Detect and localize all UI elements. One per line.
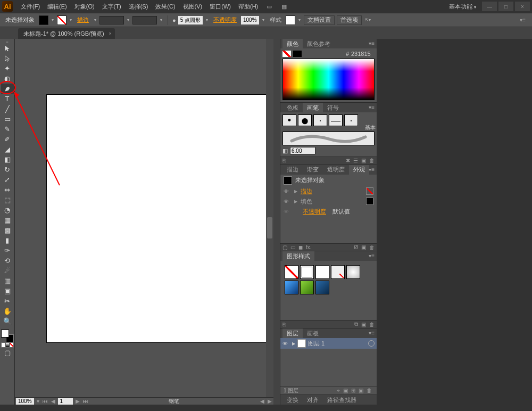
tab-swatches[interactable]: 色板 bbox=[282, 103, 303, 112]
tab-color-guide[interactable]: 颜色参考 bbox=[303, 39, 335, 48]
scrollbar-thumb[interactable] bbox=[267, 217, 272, 239]
hex-field[interactable]: 231815 bbox=[351, 51, 375, 57]
window-maximize[interactable]: □ bbox=[498, 2, 513, 11]
pencil-tool[interactable]: ✐ bbox=[1, 134, 14, 144]
line-tool[interactable]: ╱ bbox=[1, 104, 14, 114]
document-tab-close-icon[interactable]: × bbox=[109, 31, 111, 36]
tab-stroke[interactable]: 描边 bbox=[282, 165, 303, 175]
workspace-switcher[interactable]: 基本功能▾ bbox=[445, 3, 480, 11]
shape-builder-tool[interactable]: ◔ bbox=[1, 205, 14, 215]
stroke-link[interactable]: 描边 bbox=[75, 16, 91, 24]
expand-icon[interactable]: ▶ bbox=[294, 189, 297, 194]
appearance-stroke-label[interactable]: 描边 bbox=[301, 187, 312, 195]
make-clip-icon[interactable]: ▣ bbox=[343, 388, 348, 393]
tab-color[interactable]: 颜色 bbox=[282, 39, 303, 48]
color-mode-icons[interactable] bbox=[1, 342, 14, 348]
menu-type[interactable]: 文字(T) bbox=[98, 3, 125, 11]
free-transform-tool[interactable]: ⬚ bbox=[1, 195, 14, 205]
color-fill-mini-swatch[interactable] bbox=[282, 51, 291, 57]
brush-library-icon[interactable]: ⎘ bbox=[282, 158, 286, 163]
clear-icon[interactable]: Ø bbox=[354, 244, 358, 250]
delete-icon[interactable]: 🗑 bbox=[369, 244, 375, 250]
paintbrush-tool[interactable]: ✎ bbox=[1, 124, 14, 134]
panel-collapse-strip[interactable] bbox=[273, 39, 280, 405]
fill-stroke-swatch[interactable] bbox=[1, 330, 14, 342]
panel-menu-icon[interactable]: ▾≡ bbox=[369, 104, 375, 110]
fill-swatch[interactable] bbox=[39, 15, 48, 25]
panel-menu-icon[interactable]: ▾≡ bbox=[369, 40, 375, 46]
magic-wand-tool[interactable]: ✦ bbox=[1, 63, 14, 73]
fill-dropdown-arrow[interactable]: ▾ bbox=[51, 18, 55, 22]
brush-preset-3[interactable]: · bbox=[313, 114, 327, 126]
brush-preset-5[interactable]: · bbox=[344, 114, 358, 126]
artboard[interactable] bbox=[47, 95, 273, 342]
new-layer-icon[interactable]: ▣ bbox=[359, 388, 363, 393]
brush-size-field[interactable]: 5 点圆形 bbox=[178, 16, 203, 24]
type-tool[interactable]: T bbox=[1, 94, 14, 104]
arrange-icon[interactable]: ▦ bbox=[279, 1, 289, 12]
tab-pathfinder[interactable]: 路径查找器 bbox=[323, 395, 361, 405]
tab-graphic-styles[interactable]: 图形样式 bbox=[282, 251, 314, 261]
opacity-field[interactable]: 100% bbox=[241, 16, 259, 24]
artboard-tool[interactable]: ▣ bbox=[1, 286, 14, 296]
layer-name[interactable]: 图层 1 bbox=[308, 340, 366, 348]
rotate-tool[interactable]: ↻ bbox=[1, 165, 14, 175]
scale-tool[interactable]: ⤢ bbox=[1, 175, 14, 185]
tab-layers[interactable]: 图层 bbox=[282, 328, 303, 338]
color-stroke-mini-swatch[interactable] bbox=[293, 51, 302, 57]
tab-gradient[interactable]: 渐变 bbox=[303, 165, 323, 175]
tab-transparency[interactable]: 透明度 bbox=[323, 165, 349, 175]
nav-first-icon[interactable]: ⏮ bbox=[41, 398, 49, 404]
brush-preset-4[interactable]: — bbox=[329, 114, 343, 126]
brush-options-icon[interactable]: ☰ bbox=[353, 158, 358, 163]
style-swatch-6[interactable] bbox=[285, 281, 298, 294]
canvas-area[interactable]: 100% ▾ ⏮ ◀ 1 ▶ ⏭ 钢笔 ◀▶ bbox=[15, 39, 273, 405]
opacity-link[interactable]: 不透明度 bbox=[211, 16, 239, 24]
eyedropper-tool[interactable]: ✑ bbox=[1, 245, 14, 256]
document-setup-button[interactable]: 文档设置 bbox=[304, 15, 335, 25]
zoom-field[interactable]: 100% bbox=[16, 398, 34, 405]
visibility-icon[interactable]: 👁 bbox=[284, 188, 291, 194]
expand-icon[interactable]: ▶ bbox=[294, 199, 297, 204]
eraser-tool[interactable]: ◧ bbox=[1, 154, 14, 165]
menu-select[interactable]: 选择(S) bbox=[125, 3, 152, 11]
stroke-dropdown-arrow[interactable]: ▾ bbox=[69, 18, 73, 22]
style-swatch-7[interactable] bbox=[300, 281, 314, 294]
panel-menu-icon[interactable]: ▾≡ bbox=[369, 167, 375, 172]
nav-last-icon[interactable]: ⏭ bbox=[81, 398, 90, 404]
menu-window[interactable]: 窗口(W) bbox=[206, 3, 235, 11]
brush-preset-2[interactable]: ● bbox=[298, 114, 312, 126]
delete-style-icon[interactable]: 🗑 bbox=[369, 322, 375, 327]
hand-tool[interactable]: ✋ bbox=[1, 306, 14, 316]
panel-menu-icon[interactable]: ▾≡ bbox=[369, 253, 375, 259]
style-library-icon[interactable]: ⎘ bbox=[282, 322, 286, 327]
layer-expand-icon[interactable]: ▶ bbox=[292, 341, 295, 346]
zoom-dropdown-icon[interactable]: ▾ bbox=[35, 398, 41, 404]
style-swatch[interactable] bbox=[286, 15, 295, 25]
locate-icon[interactable]: ⌖ bbox=[337, 388, 340, 394]
brush-amount-field[interactable] bbox=[290, 147, 315, 154]
window-minimize[interactable]: — bbox=[482, 2, 497, 11]
fill-color-swatch[interactable] bbox=[1, 330, 9, 338]
blend-tool[interactable]: ⟲ bbox=[1, 256, 14, 266]
layer-visibility-icon[interactable]: 👁 bbox=[282, 341, 290, 347]
tab-artboards[interactable]: 画板 bbox=[303, 328, 323, 338]
break-link-icon[interactable]: ⧉ bbox=[354, 321, 358, 327]
stroke-profile-field[interactable] bbox=[132, 16, 157, 24]
appearance-opacity-link[interactable]: 不透明度 bbox=[303, 208, 326, 216]
visibility-icon[interactable]: 👁 bbox=[284, 209, 291, 215]
style-swatch-default[interactable] bbox=[285, 265, 298, 279]
visibility-icon[interactable]: 👁 bbox=[284, 199, 291, 204]
delete-brush-icon[interactable]: 🗑 bbox=[369, 158, 375, 163]
tab-symbols[interactable]: 符号 bbox=[323, 103, 343, 112]
new-art-icon[interactable]: ▢ bbox=[282, 244, 287, 250]
rectangle-tool[interactable]: ▭ bbox=[1, 114, 14, 124]
tab-appearance[interactable]: 外观 bbox=[349, 165, 369, 175]
appearance-fill-label[interactable]: 填色 bbox=[301, 198, 312, 206]
symbol-sprayer-tool[interactable]: ☄ bbox=[1, 266, 14, 276]
remove-brush-icon[interactable]: ✖ bbox=[346, 158, 350, 163]
tab-align[interactable]: 对齐 bbox=[303, 395, 323, 405]
pen-tool[interactable] bbox=[1, 84, 14, 94]
lasso-tool[interactable]: ◐ bbox=[1, 73, 14, 84]
zoom-tool[interactable]: 🔍 bbox=[1, 316, 14, 326]
